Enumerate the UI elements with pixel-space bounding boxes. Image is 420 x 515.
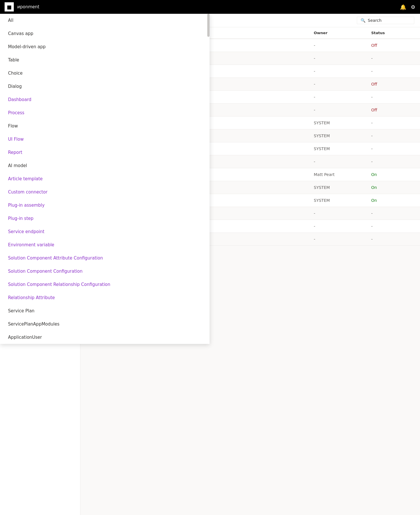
dropdown-item[interactable]: AI model [0,159,210,172]
cell-owner: - [314,69,371,73]
cell-owner: - [314,224,371,229]
app-logo: ■ [5,2,14,11]
environment-title: ирonment [17,4,39,9]
cell-status: - [371,121,414,125]
dropdown-item[interactable]: Report [0,146,210,159]
cell-owner: SYSTEM [314,133,371,138]
gear-icon[interactable]: ⚙ [411,4,415,10]
search-icon: 🔍 [361,18,365,23]
dropdown-item[interactable]: Environment variable [0,238,210,251]
dropdown-item[interactable]: ApplicationUser [0,331,210,344]
cell-status: Off [371,82,414,86]
cell-status: - [371,146,414,151]
cell-owner: - [314,43,371,48]
dropdown-item[interactable]: Table [0,53,210,67]
cell-owner: SYSTEM [314,185,371,190]
bell-icon[interactable]: 🔔 [400,4,406,10]
cell-status: On [371,185,414,190]
dropdown-item[interactable]: Custom connector [0,185,210,199]
dropdown-item[interactable]: Solution Component Relationship Configur… [0,278,210,291]
cell-owner: - [314,82,371,86]
top-bar-right: 🔔 ⚙ [400,4,415,10]
scrollbar-thumb [207,14,210,37]
dropdown-item[interactable]: Plug-in assembly [0,199,210,212]
dropdown-item[interactable]: All [0,14,210,27]
dropdown-item[interactable]: Plug-in step [0,212,210,225]
dropdown-item[interactable]: Article template [0,172,210,185]
cell-status: Off [371,108,414,112]
dropdown-item[interactable]: UI Flow [0,133,210,146]
cell-status: - [371,95,414,99]
type-dropdown: AllCanvas appModel-driven appTableChoice… [0,14,210,344]
scrollbar[interactable] [207,14,210,344]
dropdown-item[interactable]: Service endpoint [0,225,210,238]
cell-status: On [371,172,414,177]
cell-status: - [371,69,414,73]
dropdown-item[interactable]: Dialog [0,80,210,93]
search-bar[interactable]: 🔍 Search [357,17,414,24]
top-navigation-bar: ■ ирonment 🔔 ⚙ [0,0,420,14]
col-status: Status [371,31,414,35]
cell-owner: - [314,95,371,99]
dropdown-item[interactable]: Choice [0,67,210,80]
cell-owner: Matt Peart [314,172,371,177]
dropdown-item[interactable]: Model-driven app [0,40,210,53]
dropdown-item[interactable]: Flow [0,119,210,133]
cell-status: Off [371,43,414,48]
cell-owner: SYSTEM [314,121,371,125]
cell-status: On [371,198,414,203]
dropdown-item[interactable]: Solution Component Attribute Configurati… [0,251,210,265]
col-owner: Owner [314,31,371,35]
cell-owner: - [314,237,371,241]
dropdown-item[interactable]: Solution Component Configuration [0,265,210,278]
cell-owner: SYSTEM [314,198,371,203]
cell-status: - [371,224,414,229]
top-bar-left: ■ ирonment [5,2,39,11]
cell-owner: - [314,211,371,216]
cell-status: - [371,133,414,138]
dropdown-items-list: AllCanvas appModel-driven appTableChoice… [0,14,210,344]
cell-owner: - [314,56,371,61]
search-label: Search [368,18,382,23]
cell-owner: - [314,108,371,112]
cell-owner: - [314,159,371,164]
dropdown-item[interactable]: Process [0,106,210,119]
cell-status: - [371,56,414,61]
cell-owner: SYSTEM [314,146,371,151]
cell-status: - [371,159,414,164]
dropdown-item[interactable]: Relationship Attribute [0,291,210,304]
dropdown-item[interactable]: Canvas app [0,27,210,40]
dropdown-item[interactable]: Dashboard [0,93,210,106]
dropdown-item[interactable]: Service Plan [0,304,210,317]
main-layout: Type Solution Component Relationship App… [0,14,420,515]
cell-status: - [371,237,414,241]
dropdown-item[interactable]: ServicePlanAppModules [0,317,210,331]
cell-status: - [371,211,414,216]
